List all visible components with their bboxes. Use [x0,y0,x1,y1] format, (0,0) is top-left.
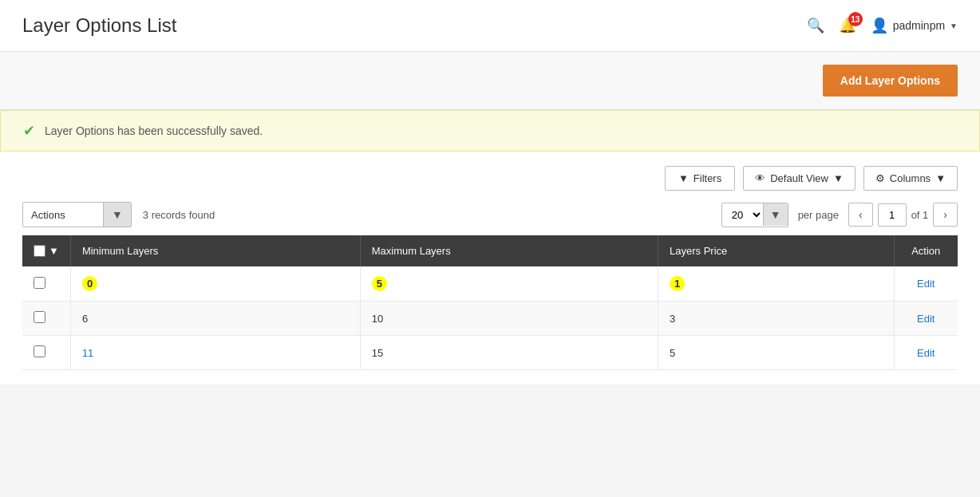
action-column-header: Action [894,235,958,266]
table-row: 6 10 3 Edit [22,302,958,336]
row-checkbox-cell[interactable] [22,266,70,302]
default-view-label: Default View [770,172,828,184]
table-row: 11 15 5 Edit [22,336,958,370]
gear-icon: ⚙ [875,172,885,184]
next-page-button[interactable]: › [933,203,958,227]
row-checkbox[interactable] [34,311,45,323]
records-count: 3 records found [143,209,215,221]
select-all-checkbox[interactable] [34,245,45,257]
max-layers-cell: 5 [360,266,658,302]
action-cell[interactable]: Edit [894,266,958,302]
bell-icon[interactable]: 🔔 13 [839,17,856,34]
layers-price-cell: 1 [658,266,894,302]
per-page-dropdown-arrow[interactable]: ▼ [763,203,788,226]
table-row: 0 5 1 Edit [22,266,958,302]
filters-button[interactable]: ▼ Filters [665,166,735,191]
layers-price-column-header[interactable]: Layers Price [658,235,894,266]
view-chevron-icon: ▼ [833,172,844,184]
prev-page-button[interactable]: ‹ [848,203,873,227]
header: Layer Options List 🔍 🔔 13 👤 padminpm ▼ [0,0,980,52]
table-header-row: ▼ Minimum Layers Maximum Layers Layers P… [22,235,958,266]
of-label: of 1 [911,209,929,221]
header-sort-icon: ▼ [49,245,59,257]
actions-left: Actions ▼ 3 records found [22,202,215,227]
page-number-input[interactable] [878,203,907,227]
eye-icon: 👁 [755,172,765,184]
max-layers-value: 5 [372,276,387,291]
max-layers-cell: 10 [360,302,658,336]
action-cell[interactable]: Edit [894,336,958,370]
edit-link[interactable]: Edit [917,313,935,325]
min-layers-cell: 0 [70,266,360,302]
table-body: 0 5 1 Edit 6 [22,266,958,370]
page-title: Layer Options List [22,14,176,37]
layers-price-value: 3 [670,313,675,325]
max-layers-cell: 15 [360,336,658,370]
action-cell[interactable]: Edit [894,302,958,336]
min-layers-value: 0 [82,276,97,291]
layers-price-cell: 5 [658,336,894,370]
success-message: Layer Options has been successfully save… [45,124,263,137]
row-checkbox-cell[interactable] [22,336,70,370]
per-page-select[interactable]: 20 [722,203,763,227]
columns-button[interactable]: ⚙ Columns ▼ [863,166,958,191]
add-layer-options-button[interactable]: Add Layer Options [823,65,958,97]
filter-row: ▼ Filters 👁 Default View ▼ ⚙ Columns ▼ [22,166,958,191]
layers-price-cell: 3 [658,302,894,336]
per-page-wrapper[interactable]: 20 ▼ [721,203,788,227]
max-layers-value: 10 [372,313,383,325]
success-icon: ✔ [23,122,35,140]
default-view-button[interactable]: 👁 Default View ▼ [743,166,856,191]
min-layers-column-header[interactable]: Minimum Layers [70,235,360,266]
actions-dropdown-wrapper[interactable]: Actions ▼ [22,202,132,227]
user-chevron-icon: ▼ [950,22,958,30]
actions-dropdown-arrow[interactable]: ▼ [103,203,131,227]
max-layers-value: 15 [372,347,383,359]
success-notification: ✔ Layer Options has been successfully sa… [0,110,980,152]
layers-price-value: 1 [670,276,685,291]
columns-chevron-icon: ▼ [935,172,946,184]
filters-label: Filters [694,172,721,184]
notification-badge: 13 [848,12,863,26]
header-icons: 🔍 🔔 13 👤 padminpm ▼ [807,17,958,34]
row-checkbox[interactable] [34,277,45,289]
row-checkbox-cell[interactable] [22,302,70,336]
toolbar: Add Layer Options [0,52,980,110]
edit-link[interactable]: Edit [917,347,935,359]
columns-label: Columns [890,172,931,184]
search-icon[interactable]: 🔍 [807,17,824,34]
actions-select[interactable]: Actions [23,203,103,227]
username: padminpm [893,19,945,32]
user-icon: 👤 [871,17,888,34]
per-page-label: per page [798,209,839,221]
row-checkbox[interactable] [34,345,45,357]
pagination: 20 ▼ per page ‹ of 1 › [721,203,958,227]
min-layers-value: 6 [82,313,88,325]
select-all-column[interactable]: ▼ [22,235,70,266]
min-layers-value: 11 [82,347,93,359]
content-area: ▼ Filters 👁 Default View ▼ ⚙ Columns ▼ A… [0,152,980,385]
user-menu[interactable]: 👤 padminpm ▼ [871,17,958,34]
funnel-icon: ▼ [678,172,689,184]
min-layers-cell: 6 [70,302,360,336]
max-layers-column-header[interactable]: Maximum Layers [360,235,658,266]
layers-price-value: 5 [670,347,675,359]
edit-link[interactable]: Edit [917,278,935,290]
actions-row: Actions ▼ 3 records found 20 ▼ per page … [22,202,958,227]
min-layers-cell: 11 [70,336,360,370]
data-table: ▼ Minimum Layers Maximum Layers Layers P… [22,235,958,370]
